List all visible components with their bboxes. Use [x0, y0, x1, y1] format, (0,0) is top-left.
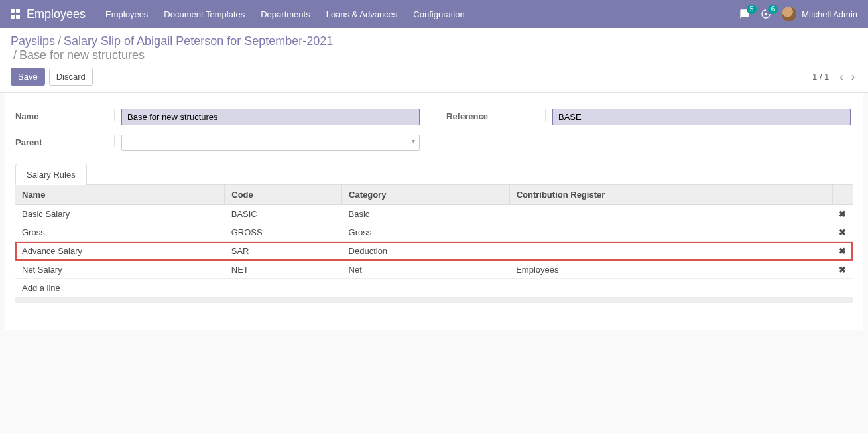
apps-icon[interactable] [11, 9, 21, 19]
cell-name[interactable]: Gross [15, 223, 225, 242]
navbar-right: 5 6 Mitchell Admin [739, 7, 857, 21]
table-row[interactable]: GrossGROSSGross✖ [15, 223, 853, 242]
breadcrumb-current: Base for new structures [19, 48, 145, 62]
cell-contribution[interactable]: Employees [509, 261, 832, 279]
field-parent-wrap [115, 135, 420, 151]
main-navbar: Employees Employees Document Templates D… [0, 0, 868, 28]
discard-button[interactable]: Discard [49, 68, 93, 86]
breadcrumb-sep-2: / [13, 48, 17, 62]
add-line-link[interactable]: Add a line [15, 279, 853, 298]
save-button[interactable]: Save [11, 68, 45, 86]
pager: 1 / 1 ‹ › [812, 71, 857, 83]
table-row[interactable]: Basic SalaryBASICBasic✖ [15, 205, 853, 223]
table-header-row: Name Code Category Contribution Register [15, 185, 853, 205]
pager-arrows: ‹ › [837, 71, 857, 83]
label-name: Name [15, 109, 115, 121]
reference-input[interactable] [552, 109, 851, 125]
messages-icon[interactable]: 5 [739, 9, 750, 19]
activities-count: 6 [768, 5, 778, 14]
user-menu[interactable]: Mitchell Admin [782, 7, 857, 21]
th-category[interactable]: Category [342, 185, 510, 205]
cell-code[interactable]: NET [225, 261, 342, 279]
th-code[interactable]: Code [225, 185, 342, 205]
cell-name[interactable]: Basic Salary [15, 205, 225, 223]
cell-contribution[interactable] [509, 205, 832, 223]
breadcrumb: Payslips/Salary Slip of Abigail Peterson… [11, 34, 857, 62]
menu-document-templates[interactable]: Document Templates [164, 9, 245, 19]
menu-configuration[interactable]: Configuration [413, 9, 464, 19]
th-name[interactable]: Name [15, 185, 225, 205]
field-reference-wrap [546, 109, 851, 125]
main-menu: Employees Document Templates Departments… [105, 9, 465, 19]
th-delete [832, 185, 853, 205]
table-row[interactable]: Net SalaryNETNetEmployees✖ [15, 261, 853, 279]
cell-contribution[interactable] [509, 242, 832, 261]
delete-row-icon[interactable]: ✖ [832, 242, 853, 261]
group-parent: Parent [15, 135, 420, 151]
label-reference: Reference [446, 109, 546, 121]
user-name: Mitchell Admin [802, 9, 857, 19]
pager-next-icon[interactable]: › [849, 71, 857, 83]
add-line-row: Add a line [15, 279, 853, 298]
delete-row-icon[interactable]: ✖ [832, 205, 853, 223]
cell-name[interactable]: Net Salary [15, 261, 225, 279]
delete-row-icon[interactable]: ✖ [832, 261, 853, 279]
control-panel: Payslips/Salary Slip of Abigail Peterson… [0, 28, 868, 93]
cell-code[interactable]: SAR [225, 242, 342, 261]
cell-contribution[interactable] [509, 223, 832, 242]
cell-category[interactable]: Basic [342, 205, 510, 223]
form-sheet: Name Reference Parent Salary Rules [5, 93, 863, 330]
table-footer-bar [15, 298, 853, 303]
tab-salary-rules[interactable]: Salary Rules [15, 164, 87, 185]
cell-code[interactable]: GROSS [225, 223, 342, 242]
navbar-left: Employees Employees Document Templates D… [11, 7, 465, 21]
th-contribution[interactable]: Contribution Register [509, 185, 832, 205]
pager-prev-icon[interactable]: ‹ [837, 71, 845, 83]
tabs-bar: Salary Rules [15, 164, 853, 185]
navbar-brand[interactable]: Employees [11, 7, 86, 21]
form-row-2: Parent [15, 135, 853, 151]
app-title: Employees [27, 7, 86, 21]
table-row[interactable]: Advance SalarySARDeduction✖ [15, 242, 853, 261]
group-name: Name [15, 109, 420, 125]
form-row-1: Name Reference [15, 109, 853, 125]
group-empty [446, 135, 848, 151]
breadcrumb-sep: / [58, 34, 61, 48]
breadcrumb-salary-slip[interactable]: Salary Slip of Abigail Peterson for Sept… [64, 34, 333, 48]
cell-category[interactable]: Net [342, 261, 510, 279]
name-input[interactable] [121, 109, 420, 125]
group-reference: Reference [446, 109, 851, 125]
action-row: Save Discard 1 / 1 ‹ › [11, 68, 857, 86]
salary-rules-table: Name Code Category Contribution Register… [15, 185, 853, 298]
breadcrumb-payslips[interactable]: Payslips [11, 34, 55, 48]
menu-departments[interactable]: Departments [261, 9, 310, 19]
cell-code[interactable]: BASIC [225, 205, 342, 223]
pager-text: 1 / 1 [812, 72, 829, 82]
tabs-container: Salary Rules Name Code Category Contribu… [15, 164, 853, 303]
field-name-wrap [115, 109, 420, 125]
avatar [782, 7, 796, 21]
button-group: Save Discard [11, 68, 93, 86]
cell-category[interactable]: Deduction [342, 242, 510, 261]
activities-icon[interactable]: 6 [761, 9, 771, 19]
messages-count: 5 [747, 5, 757, 14]
menu-employees[interactable]: Employees [105, 9, 148, 19]
label-parent: Parent [15, 135, 115, 147]
delete-row-icon[interactable]: ✖ [832, 223, 853, 242]
menu-loans-advances[interactable]: Loans & Advances [326, 9, 398, 19]
svg-point-0 [765, 13, 767, 15]
parent-select[interactable] [121, 135, 420, 151]
cell-category[interactable]: Gross [342, 223, 510, 242]
cell-name[interactable]: Advance Salary [15, 242, 225, 261]
